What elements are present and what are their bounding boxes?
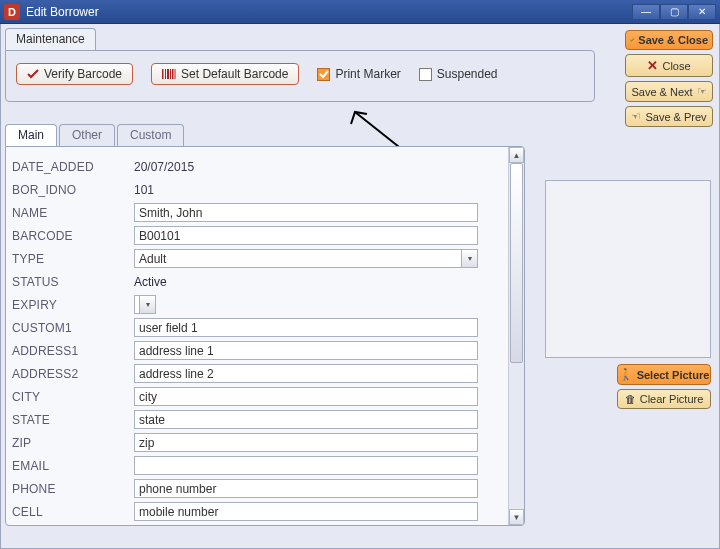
- svg-rect-5: [175, 69, 176, 79]
- scrollbar[interactable]: ▲ ▼: [508, 147, 524, 525]
- city-field[interactable]: [134, 387, 478, 406]
- field-label: ADDRESS2: [12, 367, 134, 381]
- select-picture-button[interactable]: 🚶 Select Picture: [617, 364, 711, 385]
- detail-panel: DATE_ADDED20/07/2015 BOR_IDNO101 NAME BA…: [5, 146, 525, 526]
- barcode-field[interactable]: [134, 226, 478, 245]
- chevron-down-icon: ▾: [139, 296, 155, 313]
- chevron-updown-icon: ▾: [461, 250, 477, 267]
- name-field[interactable]: [134, 203, 478, 222]
- tab-custom[interactable]: Custom: [117, 124, 184, 146]
- check-icon: [319, 69, 329, 79]
- field-label: STATE: [12, 413, 134, 427]
- suspended-label: Suspended: [437, 67, 498, 81]
- scroll-thumb[interactable]: [510, 163, 523, 363]
- address2-field[interactable]: [134, 364, 478, 383]
- check-icon: [630, 34, 634, 46]
- type-select[interactable]: Adult▾: [134, 249, 478, 268]
- custom1-field[interactable]: [134, 318, 478, 337]
- print-marker-checkbox[interactable]: Print Marker: [317, 67, 400, 81]
- check-icon: [27, 68, 39, 80]
- save-close-label: Save & Close: [638, 34, 708, 46]
- barcode-icon: [162, 68, 176, 80]
- svg-rect-1: [165, 69, 166, 79]
- email-field[interactable]: [134, 456, 478, 475]
- scroll-down-icon[interactable]: ▼: [509, 509, 524, 525]
- svg-rect-2: [167, 69, 169, 79]
- field-label: CITY: [12, 390, 134, 404]
- svg-rect-4: [172, 69, 174, 79]
- field-label: NAME: [12, 206, 134, 220]
- expiry-select[interactable]: ▾: [134, 295, 156, 314]
- field-label: TYPE: [12, 252, 134, 266]
- save-next-label: Save & Next: [631, 86, 692, 98]
- date-added-value: 20/07/2015: [134, 160, 194, 174]
- hand-left-icon: ☜: [631, 110, 641, 123]
- field-label: CUSTOM1: [12, 321, 134, 335]
- picture-box: [545, 180, 711, 358]
- app-icon: D: [4, 4, 20, 20]
- field-label: CELL: [12, 505, 134, 519]
- tab-maintenance[interactable]: Maintenance: [5, 28, 96, 50]
- tab-main[interactable]: Main: [5, 124, 57, 146]
- hand-right-icon: ☞: [697, 85, 707, 98]
- person-icon: 🚶: [619, 368, 633, 381]
- save-close-button[interactable]: Save & Close: [625, 30, 713, 50]
- field-label: EMAIL: [12, 459, 134, 473]
- clear-picture-button[interactable]: 🗑 Clear Picture: [617, 389, 711, 409]
- trash-icon: 🗑: [625, 393, 636, 405]
- window-close-button[interactable]: ✕: [688, 4, 716, 20]
- phone-field[interactable]: [134, 479, 478, 498]
- clear-picture-label: Clear Picture: [640, 393, 704, 405]
- field-label: BARCODE: [12, 229, 134, 243]
- field-label: BOR_IDNO: [12, 183, 134, 197]
- save-prev-button[interactable]: ☜ Save & Prev: [625, 106, 713, 127]
- type-value: Adult: [139, 252, 461, 266]
- maximize-button[interactable]: ▢: [660, 4, 688, 20]
- window-title: Edit Borrower: [26, 5, 632, 19]
- titlebar: D Edit Borrower — ▢ ✕: [0, 0, 720, 24]
- state-field[interactable]: [134, 410, 478, 429]
- verify-barcode-button[interactable]: Verify Barcode: [16, 63, 133, 85]
- field-label: EXPIRY: [12, 298, 134, 312]
- close-label: Close: [662, 60, 690, 72]
- minimize-button[interactable]: —: [632, 4, 660, 20]
- verify-barcode-label: Verify Barcode: [44, 67, 122, 81]
- close-icon: ✕: [647, 58, 658, 73]
- save-next-button[interactable]: Save & Next ☞: [625, 81, 713, 102]
- bor-idno-value: 101: [134, 183, 154, 197]
- save-prev-label: Save & Prev: [645, 111, 706, 123]
- zip-field[interactable]: [134, 433, 478, 452]
- suspended-checkbox[interactable]: Suspended: [419, 67, 498, 81]
- field-label: ADDRESS1: [12, 344, 134, 358]
- select-picture-label: Select Picture: [637, 369, 710, 381]
- address1-field[interactable]: [134, 341, 478, 360]
- field-label: ZIP: [12, 436, 134, 450]
- field-label: STATUS: [12, 275, 134, 289]
- close-button[interactable]: ✕ Close: [625, 54, 713, 77]
- set-default-barcode-button[interactable]: Set Default Barcode: [151, 63, 299, 85]
- cell-field[interactable]: [134, 502, 478, 521]
- tab-other[interactable]: Other: [59, 124, 115, 146]
- svg-rect-0: [162, 69, 164, 79]
- toolbar-panel: Verify Barcode Set Default Barcode Print…: [5, 50, 595, 102]
- set-default-barcode-label: Set Default Barcode: [181, 67, 288, 81]
- field-label: DATE_ADDED: [12, 160, 134, 174]
- field-label: PHONE: [12, 482, 134, 496]
- scroll-up-icon[interactable]: ▲: [509, 147, 524, 163]
- svg-rect-3: [170, 69, 171, 79]
- status-value: Active: [134, 275, 167, 289]
- print-marker-label: Print Marker: [335, 67, 400, 81]
